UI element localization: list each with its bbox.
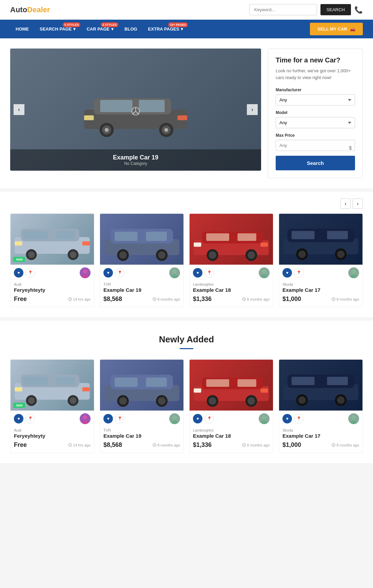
manufacturer-select[interactable]: Any [276,94,355,106]
location-button[interactable]: 📍 [115,268,124,278]
car-card-actions: ♥ 📍 [11,265,94,281]
car-image: new [11,360,94,411]
car-price: $1,000 [282,296,301,303]
car-brand: Lamborghini [193,428,270,432]
location-button[interactable]: 📍 [294,268,303,278]
car-price: $1,336 [193,296,212,303]
site-logo[interactable]: AutoDealer [10,5,50,14]
svg-point-67 [352,269,356,273]
svg-rect-53 [260,243,268,247]
car-card-body: Skoda Example Car 17 $1,000 8 months ago [279,427,362,453]
car-name[interactable]: Example Car 18 [193,433,270,439]
car-price-row: $1,000 8 months ago [282,441,359,449]
nav-blog[interactable]: BLOG [119,20,143,38]
car-card: new ♥ 📍 Audi Feryeyhteyty Free [10,359,94,453]
location-button[interactable]: 📍 [204,414,214,423]
svg-rect-3 [139,100,165,112]
phone-icon[interactable]: 📞 [354,6,363,14]
car-image [279,360,362,411]
search-panel: Time for a new Car? Look no further, we'… [268,49,363,178]
car-time: 8 months ago [242,443,270,447]
svg-line-127 [334,445,334,446]
svg-rect-75 [56,377,75,385]
svg-rect-19 [56,231,75,239]
svg-point-9 [164,128,168,132]
car-name[interactable]: Example Car 17 [282,287,359,293]
car-name[interactable]: Example Car 18 [193,287,270,293]
favorite-button[interactable]: ♥ [103,268,113,278]
nav-search-page-label: SEARCH PAGE [40,26,72,32]
car-name[interactable]: Example Car 17 [282,433,359,439]
favorite-button[interactable]: ♥ [103,414,113,423]
favorite-button[interactable]: ♥ [193,268,202,278]
hero-car-category: No Category [15,161,256,166]
car-card-actions: ♥ 📍 [279,265,362,281]
nav-search-page[interactable]: SEARCH PAGE 5 STYLES ▾ [34,20,81,38]
car-brand: TVR [103,282,180,286]
svg-line-86 [70,445,71,446]
location-button[interactable]: 📍 [25,268,35,278]
favorite-button[interactable]: ♥ [282,414,292,423]
car-price: Free [14,296,27,303]
featured-next-button[interactable]: › [353,198,363,209]
svg-point-111 [261,420,268,424]
car-name[interactable]: Example Car 19 [103,433,180,439]
car-card: ♥ 📍 Skoda Example Car 17 $1,000 8 months [279,213,363,307]
max-price-label: Max Price [276,133,355,138]
nav-extra-pages[interactable]: EXTRA PAGES 10+ PAGES ▾ [143,20,189,38]
car-card: ♥ 📍 TVR Example Car 19 $8,568 8 months a [100,213,184,307]
nav-car-page[interactable]: CAR PAGE 3 STYLES ▾ [81,20,119,38]
logo-dealer: Dealer [27,5,50,14]
hero-slider: ‹ › Example Car 19 No Category [10,49,261,171]
hero-overlay: Example Car 19 No Category [10,149,261,171]
car-name[interactable]: Feryeyhteyty [14,287,91,293]
car-time: 8 months ago [332,297,359,301]
keyword-input[interactable] [249,4,317,15]
svg-rect-80 [15,387,22,391]
location-button[interactable]: 📍 [204,268,214,278]
featured-prev-button[interactable]: ‹ [340,198,351,209]
car-card: ♥ 📍 Lamborghini Example Car 18 $1,336 8 [189,359,273,453]
header-search-button[interactable]: SEARCH [320,4,351,15]
svg-point-122 [337,396,345,404]
favorite-button[interactable]: ♥ [282,268,292,278]
avatar [348,413,359,424]
svg-point-120 [298,396,306,404]
car-time: 8 months ago [332,443,359,447]
car-image: new [11,214,94,265]
hero-car-svg [71,76,200,144]
svg-point-79 [70,397,77,404]
car-card-actions: ♥ 📍 [100,411,183,427]
favorite-button[interactable]: ♥ [14,268,23,278]
location-button[interactable]: 📍 [115,414,124,423]
featured-next-icon: › [357,201,359,206]
site-header: AutoDealer SEARCH 📞 [0,0,373,20]
section-divider [180,348,193,349]
car-name[interactable]: Feryeyhteyty [14,433,91,439]
nav-home[interactable]: HOME [10,20,34,38]
search-submit-button[interactable]: Search [276,156,355,170]
car-card-actions: ♥ 📍 [11,411,94,427]
sell-my-car-button[interactable]: SELL MY CAR 🚗 [310,23,363,35]
favorite-button[interactable]: ♥ [14,414,23,423]
svg-point-40 [171,274,178,278]
svg-point-107 [248,397,255,405]
avatar [80,267,91,278]
model-select[interactable]: Any [276,117,355,128]
location-button[interactable]: 📍 [25,414,35,423]
car-image [190,360,273,411]
max-price-input[interactable] [276,140,355,151]
car-price: Free [14,441,27,449]
new-badge: new [13,257,25,262]
slider-prev-button[interactable]: ‹ [14,104,24,115]
car-time: 8 months ago [153,297,180,301]
location-button[interactable]: 📍 [294,414,303,423]
svg-rect-10 [84,115,94,120]
slider-next-button[interactable]: › [247,104,258,115]
car-price-row: Free 14 hrs ago [14,296,91,303]
svg-point-36 [119,251,127,259]
avatar [80,413,91,424]
car-name[interactable]: Example Car 19 [103,287,180,293]
favorite-button[interactable]: ♥ [193,414,202,423]
nav-blog-label: BLOG [124,26,137,32]
